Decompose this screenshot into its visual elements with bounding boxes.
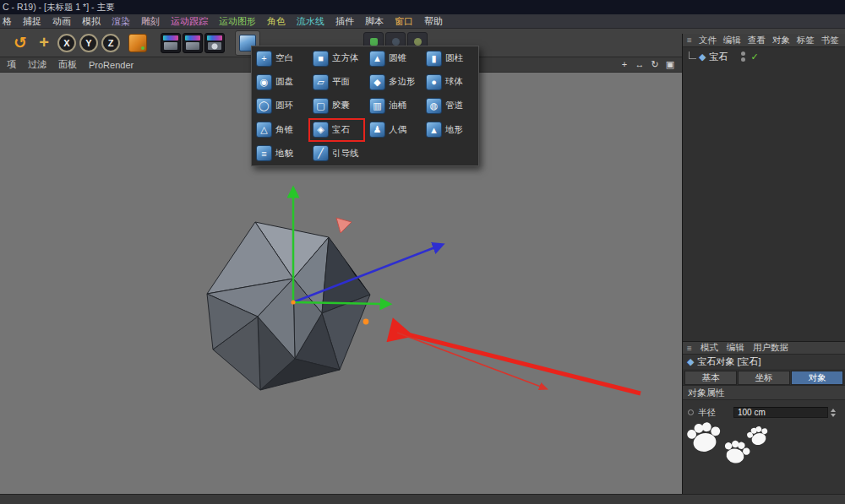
menu-item-motion-tracker[interactable]: 运动跟踪 (171, 14, 208, 28)
x-axis-lock-button[interactable]: X (57, 34, 76, 52)
popup-item-gem[interactable]: ◈ 宝石 (308, 118, 365, 142)
am-menu-mode[interactable]: 模式 (701, 342, 718, 354)
viewport-menu-panel[interactable]: 面板 (58, 58, 77, 71)
am-menu-edit[interactable]: 编辑 (727, 342, 744, 354)
menu-item-simulate[interactable]: 模拟 (82, 14, 101, 28)
viewport-menu-filter[interactable]: 过滤 (28, 58, 46, 71)
tab-basic[interactable]: 基本 (684, 371, 737, 385)
object-properties-body: 半径 100 cm (683, 400, 845, 494)
disc-primitive-icon: ◉ (256, 74, 272, 90)
popup-item-oil-tank[interactable]: ▥ 油桶 (365, 94, 422, 117)
object-row-gem[interactable]: ◆ 宝石 ✓ (683, 50, 845, 63)
right-panel: ≡ 文件 编辑 查看 对象 标签 书签 ◆ 宝石 ✓ ≡ 模式 编辑 用 (682, 34, 845, 494)
render-settings-icon[interactable] (204, 33, 225, 53)
popup-label: 地形 (445, 124, 463, 136)
window-titlebar: C - R19) - [未标题 1 *] - 主要 (0, 0, 845, 14)
main-menubar: 格 捕捉 动画 模拟 渲染 雕刻 运动跟踪 运动图形 角色 流水线 插件 脚本 … (0, 14, 845, 29)
attribute-manager-menu-icon[interactable]: ≡ (687, 344, 692, 353)
popup-label: 立方体 (332, 52, 359, 64)
object-properties-header: 对象属性 (683, 385, 845, 400)
menu-item-render[interactable]: 渲染 (112, 14, 130, 28)
menu-item-plugins[interactable]: 插件 (335, 14, 354, 28)
menu-item-window[interactable]: 窗口 (395, 14, 413, 28)
toggle-view-icon[interactable]: ▣ (665, 59, 675, 70)
popup-label: 胶囊 (332, 100, 350, 111)
radius-input[interactable]: 100 cm (733, 407, 828, 418)
move-tool-icon[interactable]: + (34, 33, 54, 53)
capsule-primitive-icon: ▢ (313, 98, 329, 114)
dolly-icon[interactable]: ↔ (635, 59, 645, 70)
window-title: C - R19) - [未标题 1 *] - 主要 (3, 2, 114, 12)
om-menu-edit[interactable]: 编辑 (723, 35, 741, 46)
visibility-dots-icon[interactable] (741, 51, 745, 62)
tab-coordinates[interactable]: 坐标 (738, 371, 790, 385)
popup-item-plane[interactable]: ▱ 平面 (308, 70, 365, 94)
cube-primitive-icon: ■ (313, 51, 329, 67)
rotation-band-marker (336, 218, 352, 233)
popup-item-pyramid[interactable]: △ 角锥 (252, 118, 308, 142)
menu-item-pipeline[interactable]: 流水线 (297, 14, 324, 28)
axis-origin-handle[interactable] (291, 300, 295, 304)
status-bar (0, 494, 845, 504)
om-menu-objects[interactable]: 对象 (772, 35, 790, 46)
guide-primitive-icon: ╱ (313, 145, 329, 161)
menu-item-animate[interactable]: 动画 (52, 14, 71, 28)
om-menu-tags[interactable]: 标签 (797, 35, 815, 46)
object-manager-menu-icon[interactable]: ≡ (687, 35, 692, 45)
popup-item-cube[interactable]: ■ 立方体 (308, 46, 365, 70)
om-menu-bookmarks[interactable]: 书签 (821, 35, 839, 46)
orbit-icon[interactable]: ↻ (650, 59, 660, 70)
popup-item-disc[interactable]: ◉ 圆盘 (252, 70, 308, 94)
popup-item-guide[interactable]: ╱ 引导线 (308, 142, 365, 165)
am-menu-userdata[interactable]: 用户数据 (753, 342, 788, 354)
gem-object[interactable] (207, 222, 370, 390)
menu-item-script[interactable]: 脚本 (365, 14, 384, 28)
y-axis-lock-button[interactable]: Y (79, 34, 98, 52)
z-axis-lock-button[interactable]: Z (101, 34, 120, 52)
popup-item-cylinder[interactable]: ▮ 圆柱 (422, 46, 478, 70)
popup-item-polygon[interactable]: ◆ 多边形 (365, 70, 422, 94)
scale-handle[interactable] (363, 319, 369, 325)
menu-item-snap[interactable]: 捕捉 (23, 14, 41, 28)
menu-item-mograph[interactable]: 运动图形 (219, 14, 256, 28)
popup-item-tube[interactable]: ◍ 管道 (422, 94, 478, 117)
render-view-icon[interactable] (161, 33, 181, 53)
popup-item-cone[interactable]: ▲ 圆锥 (365, 46, 422, 70)
keyframe-dot-icon[interactable] (688, 409, 694, 415)
object-manager-menubar: ≡ 文件 编辑 查看 对象 标签 书签 (683, 34, 845, 47)
menu-item-character[interactable]: 角色 (267, 14, 286, 28)
pan-icon[interactable]: + (619, 59, 630, 70)
popup-label: 空白 (275, 52, 293, 64)
undo-icon[interactable]: ↺ (10, 33, 30, 53)
radius-stepper[interactable] (831, 409, 836, 417)
menu-item-help[interactable]: 帮助 (424, 14, 443, 28)
render-to-picture-viewer-icon[interactable] (183, 33, 203, 53)
attribute-tabs: 基本 坐标 对象 (683, 369, 845, 385)
menu-item-mesh[interactable]: 格 (3, 14, 12, 28)
viewport-menu-prorender[interactable]: ProRender (89, 60, 134, 70)
popup-item-figure[interactable]: ♟ 人偶 (365, 118, 422, 142)
popup-item-sphere[interactable]: ● 球体 (422, 70, 478, 94)
om-menu-view[interactable]: 查看 (748, 35, 766, 46)
popup-label: 地貌 (275, 148, 293, 160)
coordinate-system-icon[interactable] (128, 34, 147, 52)
attribute-manager-menubar: ≡ 模式 编辑 用户数据 (683, 341, 845, 355)
plane-primitive-icon: ▱ (313, 74, 329, 90)
popup-item-landscape[interactable]: ▲ 地形 (422, 118, 478, 142)
popup-item-capsule[interactable]: ▢ 胶囊 (308, 94, 365, 117)
enabled-check-icon[interactable]: ✓ (750, 51, 758, 62)
object-name[interactable]: 宝石 (709, 51, 728, 63)
object-manager-list[interactable]: ◆ 宝石 ✓ (683, 47, 845, 341)
tab-object[interactable]: 对象 (791, 371, 843, 385)
popup-label: 角锥 (275, 124, 293, 136)
relief-primitive-icon: ≡ (256, 145, 272, 161)
attribute-object-title: ◆ 宝石对象 [宝石] (683, 355, 845, 369)
popup-item-null[interactable]: + 空白 (252, 46, 308, 70)
viewport-menu-options[interactable]: 项 (7, 58, 16, 71)
null-primitive-icon: + (256, 51, 272, 67)
popup-item-torus[interactable]: ◯ 圆环 (252, 94, 308, 117)
om-menu-file[interactable]: 文件 (699, 35, 717, 46)
menu-item-sculpt[interactable]: 雕刻 (141, 14, 160, 28)
popup-item-relief[interactable]: ≡ 地貌 (252, 142, 308, 165)
property-label: 半径 (698, 407, 730, 419)
